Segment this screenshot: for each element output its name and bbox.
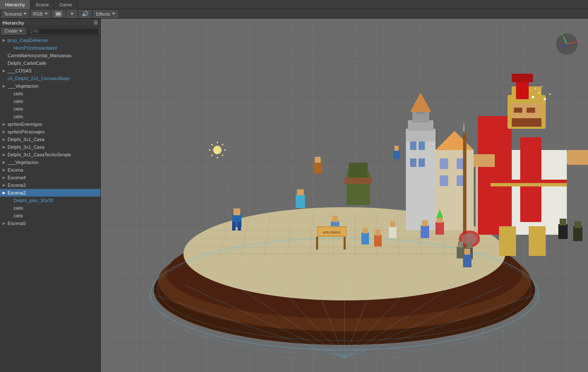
hierarchy-arrow-spritesPersonajes: ▶ (3, 128, 8, 135)
hierarchy-item-ch_Delphi_2x1_CerradoAbajo[interactable]: ch_Delphi_2x1_CerradoAbajo (0, 75, 100, 82)
hierarchy-item-Delphi_piso_30x30[interactable]: Delphi_piso_30x30 (0, 197, 100, 204)
create-button[interactable]: Create (2, 28, 25, 35)
svg-rect-93 (390, 221, 395, 227)
twod-icon: 2D (55, 11, 62, 17)
svg-text:Z: Z (558, 49, 561, 53)
hierarchy-item-Escena5[interactable]: ▶Escena5 (0, 219, 100, 227)
hierarchy-item-CarretillaHorizontal_Manzanas[interactable]: CarretillaHorizontal_Manzanas (0, 52, 100, 59)
svg-rect-112 (573, 226, 582, 241)
hierarchy-label-cielo5: cielo (14, 205, 23, 211)
svg-text:Y: Y (561, 32, 563, 36)
hierarchy-item-Escena3[interactable]: ▶Escena3 (0, 181, 100, 189)
hierarchy-item-cielo3[interactable]: cielo (0, 105, 100, 113)
hierarchy-label-cielo2: cielo (14, 98, 23, 105)
hierarchy-arrow-Delphi_3x1_Casa2: ▶ (3, 144, 8, 150)
hierarchy-label-cielo4: cielo (14, 113, 23, 120)
hierarchy-label-prop_CajaDeHeroe: prop_CajaDeHeroe (8, 37, 48, 44)
svg-rect-108 (296, 194, 305, 208)
svg-rect-65 (567, 150, 588, 165)
hierarchy-label-Delphi_3x1_CasaTechoSimple: Delphi_3x1_CasaTechoSimple (8, 151, 71, 158)
svg-rect-63 (512, 118, 541, 127)
svg-rect-94 (421, 225, 429, 238)
hierarchy-arrow-___Vegetacion: ▶ (3, 83, 8, 89)
svg-rect-109 (297, 189, 304, 195)
hierarchy-arrow-___COSAS: ▶ (3, 67, 8, 74)
hierarchy-label-spritesEnemigos: spritesEnemigos (8, 121, 42, 128)
hierarchy-item-spritesEnemigos[interactable]: ▶spritesEnemigos (0, 120, 100, 128)
svg-rect-113 (574, 221, 581, 228)
tab-hierarchy[interactable]: Hierarchy (0, 0, 31, 9)
hierarchy-item-Escena2[interactable]: ▶Escena2 (0, 189, 100, 197)
svg-rect-69 (491, 183, 567, 186)
twod-button[interactable]: 2D (52, 10, 65, 18)
svg-rect-103 (466, 242, 472, 248)
rgb-dropdown[interactable]: RGB (31, 10, 50, 18)
hierarchy-item-cielo1[interactable]: cielo (0, 90, 100, 97)
hierarchy-item-___COSAS[interactable]: ▶___COSAS (0, 67, 100, 75)
svg-rect-54 (478, 116, 512, 235)
hierarchy-item-Escena[interactable]: ▶Escena (0, 166, 100, 174)
effects-button[interactable]: Effects (93, 10, 118, 18)
audio-icon: 🔊 (82, 11, 89, 17)
svg-rect-107 (394, 146, 399, 151)
main-layout: Hierarchy ☰ Create ▶prop_CajaDeHeroeHero… (0, 19, 588, 372)
svg-rect-76 (313, 162, 322, 174)
lock-icon[interactable]: ☰ (94, 20, 98, 25)
hierarchy-item-cielo6[interactable]: cielo (0, 212, 100, 219)
hierarchy-label-Delphi_piso_30x30: Delphi_piso_30x30 (14, 197, 53, 204)
svg-rect-77 (315, 157, 321, 163)
textured-label: Textured (4, 11, 22, 17)
svg-point-121 (534, 88, 536, 89)
hierarchy-label-Escena: Escena (8, 167, 23, 173)
hierarchy-label-HeroPrizeInstantiator: HeroPrizeInstantiator (14, 44, 57, 51)
svg-rect-85 (344, 237, 346, 250)
hierarchy-item-Delphi_3x1_Casa1[interactable]: ▶Delphi_3x1_Casa (0, 136, 100, 143)
svg-point-117 (532, 96, 534, 98)
hierarchy-label-Delphi_3x1_Casa2: Delphi_3x1_Casa (8, 144, 44, 150)
hierarchy-title: Hierarchy (3, 20, 24, 25)
hierarchy-item-Escena4[interactable]: ▶Escena4 (0, 174, 100, 181)
svg-rect-111 (560, 219, 566, 225)
hierarchy-item-Delphi_3x1_Casa2[interactable]: ▶Delphi_3x1_Casa (0, 143, 100, 151)
svg-rect-73 (233, 208, 240, 215)
hierarchy-item-cielo5[interactable]: cielo (0, 204, 100, 212)
create-chevron-icon (19, 30, 22, 32)
hierarchy-item-HeroPrizeInstantiator[interactable]: HeroPrizeInstantiator (0, 44, 100, 52)
svg-point-122 (541, 86, 543, 87)
svg-rect-104 (463, 254, 472, 267)
svg-rect-105 (464, 249, 470, 255)
scene-view[interactable]: APOLINARIO (101, 19, 588, 372)
hierarchy-search[interactable] (27, 28, 99, 35)
top-tab-bar: Hierarchy Scene Game (0, 0, 588, 9)
hierarchy-label-cielo3: cielo (14, 105, 23, 112)
hierarchy-arrow-Escena5: ▶ (3, 220, 8, 227)
hierarchy-item-Delphi_3x1_CasaTechoSimple[interactable]: ▶Delphi_3x1_CasaTechoSimple (0, 151, 100, 158)
svg-rect-95 (422, 220, 428, 226)
tab-game[interactable]: Game (54, 0, 78, 9)
audio-button[interactable]: 🔊 (79, 10, 92, 18)
svg-rect-61 (514, 108, 522, 113)
svg-rect-67 (529, 226, 546, 256)
hierarchy-label-ch_Delphi_2x1_CerradoAbajo: ch_Delphi_2x1_CerradoAbajo (8, 75, 70, 82)
hierarchy-item-Delphi_CartelCalle[interactable]: Delphi_CartelCalle (0, 59, 100, 67)
hierarchy-item-___Vegetacion[interactable]: ▶___Vegetacion (0, 82, 100, 90)
hierarchy-arrow-Escena2: ▶ (3, 189, 8, 196)
hierarchy-item-prop_CajaDeHeroe[interactable]: ▶prop_CajaDeHeroe (0, 36, 100, 44)
svg-rect-74 (232, 222, 236, 230)
tab-scene[interactable]: Scene (31, 0, 54, 9)
hierarchy-item-spritesPersonajes[interactable]: ▶spritesPersonajes (0, 128, 100, 136)
hierarchy-item-cielo2[interactable]: cielo (0, 97, 100, 105)
hierarchy-label-Escena5: Escena5 (8, 220, 26, 227)
svg-point-119 (544, 98, 546, 100)
hierarchy-item-cielo4[interactable]: cielo (0, 113, 100, 120)
hierarchy-label-Escena2: Escena2 (8, 189, 26, 196)
textured-dropdown[interactable]: Textured (2, 10, 29, 18)
svg-rect-49 (440, 175, 448, 186)
svg-rect-62 (527, 108, 535, 113)
hierarchy-label-Escena4: Escena4 (8, 174, 26, 181)
svg-rect-42 (419, 142, 425, 150)
scene-toolbar: Textured RGB 2D ☀ 🔊 Effects (0, 9, 588, 19)
lighting-button[interactable]: ☀ (67, 10, 77, 18)
svg-rect-41 (410, 142, 416, 150)
hierarchy-item-___Vegetacion2[interactable]: ▶___Vegetacion (0, 158, 100, 166)
